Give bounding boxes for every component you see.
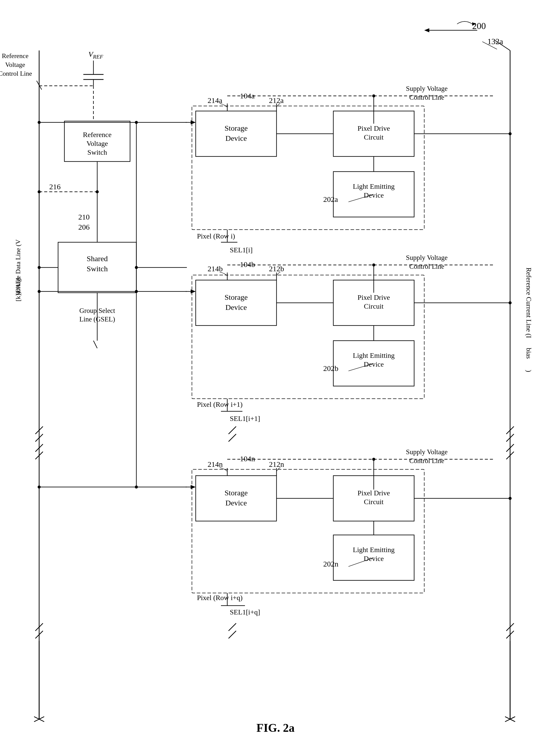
label-202b: 202b [323, 364, 339, 372]
ref-voltage-switch-label: Reference [83, 131, 111, 139]
svg-rect-82 [192, 469, 424, 593]
storage-device-n-label: Storage [224, 489, 248, 497]
voltage-data-line-label3: [k]) [14, 292, 22, 302]
ref-current-line-label2: bias [525, 348, 533, 359]
label-206: 206 [78, 223, 90, 231]
svg-point-69 [38, 485, 41, 489]
svg-line-25 [93, 341, 97, 348]
svg-marker-71 [191, 485, 196, 489]
ref-current-line-label3: ) [525, 370, 533, 372]
label-104a: 104a [240, 92, 254, 100]
svg-point-57 [509, 301, 512, 304]
pixel-row-i-label: Pixel (Row i) [197, 232, 235, 240]
supply-voltage-line-n-label2: Control Line [409, 457, 445, 465]
pixel-drive-b-label2: Circuit [364, 302, 384, 310]
shared-switch-label: Shared [87, 254, 108, 263]
ref-voltage-control-line-label3: Control Line [0, 70, 32, 77]
svg-marker-29 [191, 120, 196, 124]
led-b-label2: Device [364, 360, 384, 368]
svg-rect-75 [196, 476, 277, 521]
svg-point-101 [38, 190, 41, 193]
svg-rect-33 [196, 111, 277, 156]
label-210: 210 [78, 213, 90, 221]
svg-line-89 [228, 631, 236, 638]
svg-line-99 [39, 161, 97, 192]
pixel-drive-a-label: Pixel Drive [358, 124, 390, 132]
pixel-drive-a-label2: Circuit [364, 133, 384, 141]
group-select-line-label2: Line (GSEL) [79, 315, 115, 323]
svg-point-74 [372, 458, 375, 461]
label-202n: 202n [323, 560, 339, 568]
svg-point-32 [372, 94, 375, 97]
label-202a: 202a [323, 195, 338, 203]
ref-current-line-label: Reference Current Line (I [525, 267, 533, 338]
svg-point-39 [509, 132, 512, 135]
led-b-label: Light Emitting [353, 352, 395, 359]
ref-voltage-control-line-label: Reference [2, 52, 28, 60]
supply-voltage-line-a-label: Supply Voltage [406, 85, 448, 92]
label-104b: 104b [240, 260, 255, 268]
figure-caption: FIG. 2a [256, 721, 295, 734]
led-a-label2: Device [364, 191, 384, 199]
pixel-drive-n-label2: Circuit [364, 498, 384, 506]
label-212n: 212n [269, 460, 284, 468]
ref-voltage-switch-label2: Voltage [86, 140, 108, 147]
shared-switch-label2: Switch [87, 264, 108, 273]
supply-voltage-line-b-label: Supply Voltage [406, 254, 448, 261]
pixel-drive-b-label: Pixel Drive [358, 293, 390, 301]
led-n-label: Light Emitting [353, 546, 395, 554]
svg-point-27 [38, 121, 41, 124]
vref-sub: REF [93, 53, 103, 60]
pixel-drive-n-label: Pixel Drive [358, 489, 390, 497]
diagram: 200 132a Reference Voltage Control Line … [0, 0, 551, 756]
supply-voltage-line-n-label: Supply Voltage [406, 448, 448, 456]
pixel-row-iq-label: Pixel (Row i+q) [197, 594, 243, 602]
label-212b: 212b [269, 264, 284, 273]
svg-point-21 [38, 266, 41, 269]
svg-line-64 [228, 426, 236, 434]
storage-device-b-label2: Device [225, 303, 247, 311]
pixel-row-i1-label: Pixel (Row i+1) [197, 400, 243, 408]
led-n-label2: Device [364, 555, 384, 562]
sel1-i-label: SEL1[i] [230, 246, 252, 254]
sel1-iq-label: SEL1[i+q] [230, 608, 260, 616]
storage-device-a-label2: Device [225, 134, 247, 142]
svg-point-106 [135, 485, 138, 489]
label-132a: 132a [487, 37, 503, 46]
svg-marker-7 [424, 28, 429, 32]
label-104n: 104n [240, 454, 255, 463]
svg-rect-51 [196, 280, 277, 326]
svg-line-65 [228, 434, 236, 442]
group-select-line-label: Group Select [79, 307, 115, 314]
svg-point-50 [372, 263, 375, 266]
label-214n: 214n [207, 460, 223, 468]
label-214b: 214b [207, 264, 223, 273]
figure-number: 200 [472, 21, 486, 31]
label-214a: 214a [207, 96, 222, 104]
svg-point-105 [135, 290, 138, 293]
svg-point-104 [135, 121, 138, 124]
svg-point-81 [509, 497, 512, 500]
supply-voltage-line-b-label2: Control Line [409, 263, 445, 270]
storage-device-b-label: Storage [224, 293, 248, 301]
ref-voltage-switch-label3: Switch [87, 148, 107, 156]
voltage-data-line-label2: DATA [14, 277, 22, 293]
led-a-label: Light Emitting [353, 182, 395, 190]
svg-line-88 [228, 623, 236, 631]
ref-voltage-control-line-label2: Voltage [5, 61, 25, 68]
storage-device-n-label2: Device [225, 499, 247, 507]
svg-marker-47 [191, 289, 196, 293]
label-212a: 212a [269, 96, 284, 104]
storage-device-a-label: Storage [224, 124, 248, 132]
svg-point-45 [38, 290, 41, 293]
supply-voltage-line-a-label2: Control Line [409, 94, 445, 101]
sel1-i1-label: SEL1[i+1] [230, 415, 260, 422]
label-216: 216 [49, 182, 61, 191]
